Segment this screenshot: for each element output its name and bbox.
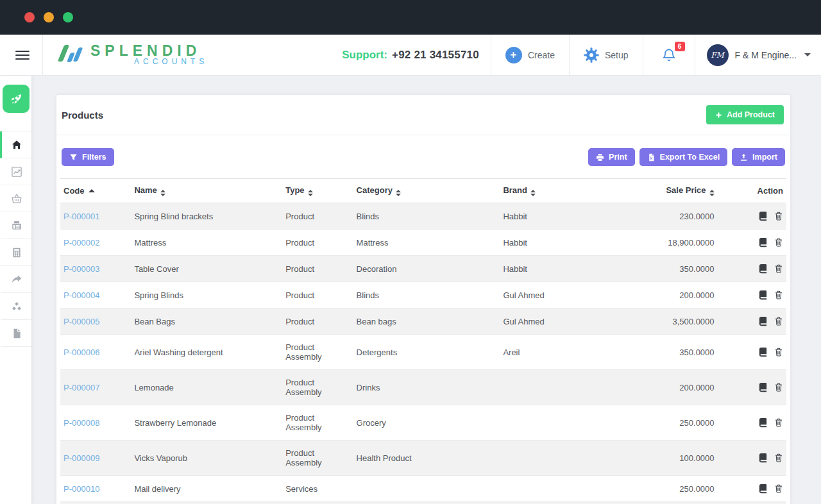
delete-product-button[interactable] <box>774 316 783 326</box>
action-cell <box>718 405 786 441</box>
menu-toggle-button[interactable] <box>15 35 30 75</box>
column-header-sale_price[interactable]: Sale Price <box>609 179 718 203</box>
action-cell <box>718 441 786 476</box>
sidebar-item-calculator[interactable] <box>0 239 31 266</box>
product-code-link[interactable]: P-000009 <box>63 453 99 463</box>
book-icon <box>758 382 768 392</box>
product-code-link[interactable]: P-000006 <box>63 348 99 357</box>
plus-circle-icon <box>505 47 522 63</box>
category-cell: Drinks <box>353 370 500 405</box>
product-code-link[interactable]: P-000008 <box>63 418 99 428</box>
column-header-code[interactable]: Code <box>60 179 131 203</box>
trash-icon <box>774 382 783 392</box>
edit-product-button[interactable] <box>758 211 768 221</box>
edit-product-button[interactable] <box>758 483 768 494</box>
window-minimize-button[interactable] <box>44 12 54 22</box>
trash-icon <box>774 237 783 248</box>
notifications-button[interactable]: 6 <box>643 35 695 75</box>
delete-product-button[interactable] <box>774 237 783 248</box>
sort-icon <box>308 190 313 196</box>
window-close-button[interactable] <box>24 12 35 22</box>
category-cell: Detergents <box>353 335 500 370</box>
rocket-icon <box>9 92 23 106</box>
plus-icon <box>715 112 722 119</box>
product-code-link[interactable]: P-000001 <box>63 212 99 221</box>
column-header-category[interactable]: Category <box>353 179 500 203</box>
delete-product-button[interactable] <box>774 417 783 428</box>
column-header-type[interactable]: Type <box>282 179 353 203</box>
action-cell <box>718 370 786 405</box>
sale_price-cell: 18,900.0000 <box>609 230 718 256</box>
delete-product-button[interactable] <box>774 347 783 357</box>
create-button[interactable]: Create <box>491 35 569 75</box>
edit-product-button[interactable] <box>758 290 768 300</box>
edit-product-button[interactable] <box>758 237 768 248</box>
brand-cell: Habbit <box>500 203 609 230</box>
table-row: P-000003Table CoverProductDecorationHabb… <box>60 256 786 282</box>
brand-logo[interactable]: SPLENDID ACCOUNTS <box>57 35 208 75</box>
sidebar-item-basket[interactable] <box>0 185 31 212</box>
book-icon <box>758 483 768 494</box>
brand-subtitle: ACCOUNTS <box>134 58 208 66</box>
sidebar-item-share[interactable] <box>0 266 31 293</box>
edit-product-button[interactable] <box>758 382 768 392</box>
sidebar-launcher-button[interactable] <box>3 85 30 113</box>
product-code-link[interactable]: P-000003 <box>63 264 99 274</box>
column-label: Name <box>134 185 157 195</box>
table-row: P-000005Bean BagsProductBean bagsGul Ahm… <box>60 308 786 335</box>
delete-product-button[interactable] <box>774 290 783 300</box>
sidebar-item-fax[interactable] <box>0 212 31 239</box>
brand-cell: Habbit <box>500 256 609 282</box>
brand-logo-icon <box>57 42 85 68</box>
name-cell: Lemonade <box>131 370 282 405</box>
sort-asc-icon <box>89 189 95 192</box>
sale_price-cell: 3,500.0000 <box>609 308 718 335</box>
user-avatar: FM <box>707 44 729 66</box>
delete-product-button[interactable] <box>774 483 783 494</box>
edit-product-button[interactable] <box>758 453 768 463</box>
product-code-link[interactable]: P-000002 <box>63 238 99 248</box>
setup-button[interactable]: Setup <box>569 35 643 75</box>
delete-product-button[interactable] <box>774 264 783 274</box>
sort-icon <box>530 190 536 196</box>
import-button[interactable]: Import <box>732 148 785 166</box>
trash-icon <box>774 483 783 494</box>
delete-product-button[interactable] <box>774 453 783 463</box>
sort-icon <box>396 190 401 196</box>
trash-icon <box>774 211 783 221</box>
product-code-link[interactable]: P-000007 <box>63 383 99 392</box>
print-button[interactable]: Print <box>588 148 634 166</box>
sidebar-item-home[interactable] <box>0 131 31 158</box>
sidebar-item-document[interactable] <box>0 320 31 347</box>
table-body: P-000001Spring Blind bracketsProductBlin… <box>60 203 786 504</box>
category-cell: Blinds <box>353 203 500 230</box>
column-header-name[interactable]: Name <box>131 179 282 203</box>
product-code-link[interactable]: P-000010 <box>63 484 99 494</box>
create-label: Create <box>528 50 555 60</box>
edit-product-button[interactable] <box>758 347 768 357</box>
upload-icon <box>740 153 748 162</box>
product-code-link[interactable]: P-000004 <box>63 290 99 300</box>
action-cell <box>718 282 786 308</box>
page-title: Products <box>62 110 103 121</box>
column-header-brand[interactable]: Brand <box>500 179 609 203</box>
product-code-link[interactable]: P-000005 <box>63 317 99 326</box>
edit-product-button[interactable] <box>758 264 768 274</box>
sidebar-item-chart[interactable] <box>0 158 31 185</box>
delete-product-button[interactable] <box>774 211 783 221</box>
filters-button[interactable]: Filters <box>62 148 114 166</box>
window-maximize-button[interactable] <box>63 12 73 22</box>
export-to-excel-button[interactable]: Export To Excel <box>639 148 728 166</box>
name-cell: Ariel Washing detergent <box>131 335 282 370</box>
add-product-button[interactable]: Add Product <box>706 105 784 124</box>
edit-product-button[interactable] <box>758 417 768 428</box>
trash-icon <box>774 417 783 428</box>
sale_price-cell: 200.0000 <box>609 282 718 308</box>
sidebar-item-cubes[interactable] <box>0 293 31 320</box>
brand-cell <box>500 405 609 441</box>
funnel-icon <box>69 153 78 162</box>
delete-product-button[interactable] <box>774 382 783 392</box>
edit-product-button[interactable] <box>758 316 768 326</box>
column-label: Code <box>63 186 85 196</box>
user-menu[interactable]: FM F & M Engine... <box>695 35 821 75</box>
